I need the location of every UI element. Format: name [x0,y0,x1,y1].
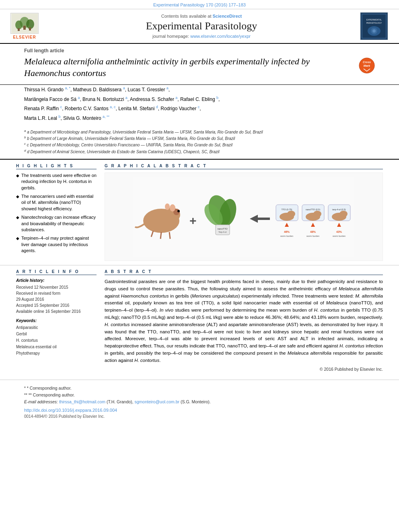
abstract-heading: A B S T R A C T [105,269,383,275]
highlight-item-3: ◆ Nanotechnology can increase efficacy a… [16,214,97,233]
affiliation-c-text: c Department of Microbiology, Centro Uni… [27,143,232,148]
email2-author: (S.G. Monteiro). [181,399,211,404]
title-italics-2: Haemonchus contortus [24,68,106,78]
sciencedirect-line: Contents lists available at ScienceDirec… [51,14,352,18]
svg-text:Mark: Mark [364,64,370,67]
highlight-text-2: The nanocarriers used with essential oil… [21,193,97,212]
highlight-text-3: Nanotechnology can increase efficacy and… [21,214,97,233]
svg-text:Cross: Cross [363,61,371,64]
doi-link[interactable]: http://dx.doi.org/10.1016/j.exppara.2016… [24,408,117,413]
svg-point-45 [313,211,321,217]
svg-point-38 [287,211,295,217]
affiliation-d-text: d Department of Animal Science, Universi… [27,150,219,154]
svg-text:worm burden: worm burden [280,235,293,237]
corresponding-1-text: * Corresponding author. [27,386,72,390]
keywords-group: Keywords: Antiparasitic Gerbil H. contor… [16,318,97,357]
bullet-4: ◆ [16,236,19,241]
authors-line: Thirssa H. Grando a, *, Matheus D. Baldi… [24,85,375,123]
elsevier-brand: ELSEVIER [13,35,36,39]
email-line: E-mail addresses: thirssa_thi@hotmail.co… [24,399,375,404]
svg-point-22 [170,204,175,212]
authors-line3: Renata P. Raffin c, Roberto C.V. Santos … [24,104,375,113]
authors-section: Thirssa H. Grando a, *, Matheus D. Baldi… [0,85,399,127]
article-title: Melaleuca alternifolia anthelmintic acti… [24,56,375,79]
svg-text:EXPERIMENTAL: EXPERIMENTAL [366,18,382,21]
issn-line: 0014-4894/© 2016 Published by Elsevier I… [24,414,375,419]
graphical-abstract-svg: + nanoTTO Terp-4-ol TTO (0.75) [133,177,354,257]
homepage-url[interactable]: www.elsevier.com/locate/yexpr [190,34,251,39]
bullet-1: ◆ [16,173,19,179]
journal-logo-right: EXPERIMENTAL PARASITOLOGY [360,12,393,40]
title-italics-1: Melaleuca alternifolia [24,56,103,66]
history-label: Article history: [16,278,97,283]
elsevier-logo-area: ELSEVIER [6,13,43,39]
article-type: Full length article [24,48,375,53]
authors-line2: Mariângela Facco de Sá a, Bruna N. Borto… [24,94,375,104]
svg-rect-4 [18,28,20,31]
homepage-text: journal homepage: [152,34,189,39]
svg-text:+: + [189,214,197,227]
highlights-heading: H I G H L I G H T S [16,164,97,169]
journal-ref-text: Experimental Parasitology 170 (2016) 177… [153,2,246,7]
email1-author: (T.H. Grando), [107,399,134,404]
journal-homepage: journal homepage: www.elsevier.com/locat… [51,34,352,39]
affiliation-a: a a Department of Microbiology and Paras… [24,129,375,135]
email-label: E-mail addresses: [24,399,58,404]
keywords-label: Keywords: [16,318,97,323]
journal-logo-image: EXPERIMENTAL PARASITOLOGY [360,12,388,40]
copyright-line: © 2016 Published by Elsevier Inc. [105,367,383,372]
svg-point-3 [15,21,23,29]
bullet-2: ◆ [16,194,19,199]
footer-section: * * Corresponding author. ** ** Correspo… [0,380,399,423]
svg-text:43%: 43% [336,230,342,233]
keyword-0: Antiparasitic [16,325,97,331]
highlight-item-2: ◆ The nanocarriers used with essential o… [16,193,97,212]
authors-line1: Thirssa H. Grando a, *, Matheus D. Baldi… [24,85,375,94]
journal-center: Contents lists available at ScienceDirec… [43,14,360,39]
svg-point-52 [339,211,348,217]
sciencedirect-link[interactable]: ScienceDirect [213,14,242,18]
history-revised-date: 29 August 2016 [16,296,97,302]
svg-text:Terp-4-ol: Terp-4-ol [218,231,226,233]
email1-link[interactable]: thirssa_thi@hotmail.com [59,399,105,404]
graphical-abstract-image: + nanoTTO Terp-4-ol TTO (0.75) [105,173,383,261]
corresponding-2-text: ** Corresponding author. [29,392,75,397]
svg-line-25 [160,232,161,239]
article-history: Article history: Received 12 November 20… [16,278,97,314]
bullet-3: ◆ [16,215,19,220]
sciencedirect-text: Contents lists available at [161,14,212,18]
svg-text:nanoTTO (0.5): nanoTTO (0.5) [306,208,320,211]
history-revised-label: Received in revised form [16,290,97,296]
svg-point-13 [372,29,376,33]
affiliation-a-text: a Department of Microbiology and Parasit… [27,130,263,134]
svg-text:46%: 46% [284,230,290,233]
title-normal-1: anthelmintic activity in gerbils experim… [103,56,310,66]
highlights-col: H I G H L I G H T S ◆ The treatments use… [16,164,97,261]
email2-link[interactable]: sgmonteiro@uol.com.br [134,399,179,404]
svg-text:PARASITOLOGY: PARASITOLOGY [366,22,382,24]
svg-rect-6 [29,27,31,31]
keyword-2: H. contortus [16,337,97,344]
keyword-3: Melaleuca essential oil [16,344,97,350]
svg-text:worm burden: worm burden [306,235,319,237]
svg-text:TTO (0.75): TTO (0.75) [282,208,292,211]
svg-point-23 [165,203,170,210]
abstract-text: Gastrointestinal parasites are one of th… [105,278,383,364]
svg-text:nanoTTO: nanoTTO [217,228,228,230]
article-header: Full length article Melaleuca alternifol… [0,44,399,85]
highlight-text-4: Terpinen–4–ol may protect against liver … [21,235,97,254]
abstract-col: A B S T R A C T Gastrointestinal parasit… [105,269,383,372]
crossmark-badge[interactable]: Cross Mark [359,58,375,74]
journal-reference: Experimental Parasitology 170 (2016) 177… [0,0,399,9]
article-title-text: Melaleuca alternifolia anthelmintic acti… [24,56,359,79]
article-info-heading: A R T I C L E I N F O [16,269,97,275]
keyword-1: Gerbil [16,331,97,337]
graphical-abstract-heading: G R A P H I C A L A B S T R A C T [105,164,383,169]
authors-line4: Marta L.R. Leal b, Silvia G. Monteiro a,… [24,113,375,123]
history-accepted: Accepted 15 September 2016 [16,302,97,308]
history-online: Available online 16 September 2016 [16,308,97,314]
doi-line: http://dx.doi.org/10.1016/j.exppara.2016… [24,407,375,413]
affiliations-section: a a Department of Microbiology and Paras… [0,127,399,160]
highlight-text-1: The treatments used were effective on re… [21,173,97,191]
journal-header: ELSEVIER Contents lists available at Sci… [0,9,399,44]
